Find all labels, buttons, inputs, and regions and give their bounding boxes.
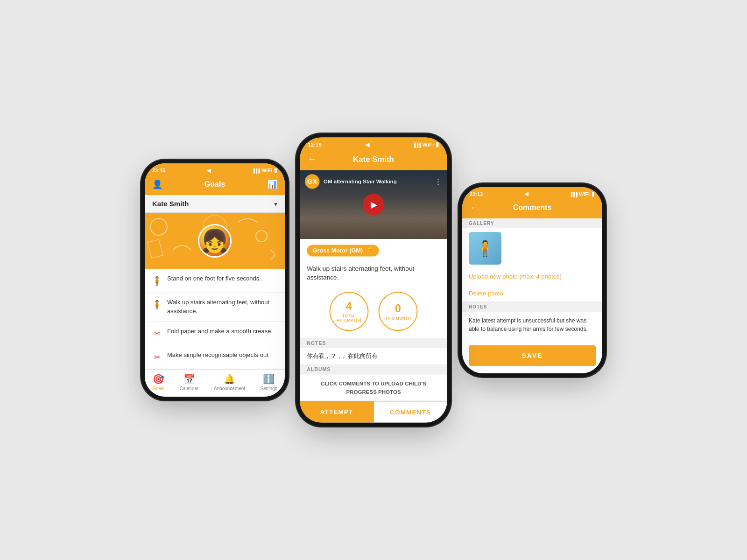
wifi-icon-2: WiFi	[423, 142, 434, 148]
goal-text-4: Make simple recognisable objects out	[167, 351, 268, 359]
calendar-icon: 📅	[183, 373, 195, 385]
battery-icon-3	[592, 191, 595, 197]
stat-month-value: 0	[395, 302, 401, 315]
phone-comments: 23:13 ◀ WiFi ← Comments GALLERY 🧍 Upload…	[462, 187, 602, 373]
location-icon-2: ◀	[365, 141, 369, 148]
albums-header: ALBUMS	[300, 364, 447, 375]
notes-content-2: 你有看，？，、在此向所有	[300, 348, 447, 364]
bell-icon: 🔔	[224, 373, 235, 385]
bottom-nav: 🎯 Goals 📅 Calendar 🔔 Announcement ℹ️ Set…	[145, 369, 285, 397]
goals-label: Goals	[152, 386, 164, 391]
goal-text-1: Stand on one foot for five seconds.	[167, 274, 261, 283]
nav-header-3: ← Comments	[462, 199, 602, 218]
goal-text-3: Fold paper and make a smooth crease.	[167, 327, 273, 336]
user-name: Kate Smith	[152, 200, 189, 208]
avatar	[198, 224, 232, 258]
status-bar-2: 12:19 ◀ WiFi	[300, 137, 447, 150]
video-logo: GX	[305, 174, 320, 189]
battery-icon-2	[436, 141, 439, 148]
chart-icon[interactable]: 📊	[267, 179, 277, 189]
goal-description: Walk up stairs alternating feet, without…	[300, 262, 447, 287]
stat-month: 0 THIS MONTH	[379, 292, 418, 331]
category-badge: Gross Motor (GM) 🦵	[307, 245, 379, 256]
phone-detail: 12:19 ◀ WiFi ← Kate Smith GX GM alternat…	[300, 137, 447, 422]
wifi-icon-1: WiFi	[261, 168, 272, 173]
stats-row: 4 TOTAL ATTEMPT(S) 0 THIS MONTH	[300, 287, 447, 338]
video-header: GX GM alternating Stair Walking ⋮	[300, 170, 447, 193]
back-button-3[interactable]: ←	[470, 203, 478, 213]
hero-banner	[145, 213, 285, 269]
status-bar-3: 23:13 ◀ WiFi	[462, 187, 602, 199]
upload-link[interactable]: Upload new photo (max. 4 photos)	[462, 268, 602, 285]
video-title: GM alternating Stair Walking	[324, 178, 430, 184]
nav-header-1: 👤 Goals 📊	[145, 175, 285, 195]
time-2: 12:19	[308, 142, 322, 148]
nav-announcement[interactable]: 🔔 Announcement	[214, 373, 245, 391]
scissors-icon-2: ✂	[151, 352, 162, 363]
back-button-2[interactable]: ←	[308, 154, 317, 164]
signal-icon-3	[570, 191, 577, 197]
location-icon-3: ◀	[524, 191, 528, 197]
nav-title-3: Comments	[478, 203, 586, 212]
nav-goals[interactable]: 🎯 Goals	[152, 373, 164, 391]
stat-total-label: TOTAL ATTEMPT(S)	[331, 314, 368, 323]
notes-header-3: NOTES	[462, 302, 602, 312]
info-icon: ℹ️	[263, 373, 275, 385]
save-button[interactable]: SAVE	[469, 345, 596, 366]
svg-point-0	[150, 218, 167, 235]
more-icon[interactable]: ⋮	[434, 177, 442, 186]
goal-item-4[interactable]: ✂ Make simple recognisable objects out	[145, 345, 285, 369]
stat-total: 4 TOTAL ATTEMPT(S)	[330, 292, 369, 331]
goal-text-2: Walk up stairs alternating feet, without…	[167, 298, 278, 315]
albums-content: CLICK COMMENTS TO UPLOAD CHILD'S PROGRES…	[300, 375, 447, 401]
dropdown-arrow-icon: ▾	[274, 200, 277, 208]
settings-label: Settings	[261, 386, 277, 391]
goal-item-3[interactable]: ✂ Fold paper and make a smooth crease.	[145, 322, 285, 345]
goal-list: 🧍 Stand on one foot for five seconds. 🧍 …	[145, 269, 285, 369]
nav-title-2: Kate Smith	[317, 155, 430, 164]
gallery-grid: 🧍	[462, 228, 602, 268]
stat-total-value: 4	[346, 300, 352, 313]
phone-goals: 23:15 ◀ WiFi 👤 Goals 📊 Kate Smith ▾	[145, 163, 285, 396]
stat-month-label: THIS MONTH	[385, 316, 411, 320]
signal-icon-1	[252, 168, 260, 173]
video-player[interactable]: GX GM alternating Stair Walking ⋮	[300, 170, 447, 239]
person-icon-2: 🧍	[151, 299, 162, 310]
wifi-icon-3: WiFi	[579, 191, 590, 197]
nav-calendar[interactable]: 📅 Calendar	[180, 373, 199, 391]
category-icon: 🦵	[366, 247, 373, 254]
goal-item-2[interactable]: 🧍 Walk up stairs alternating feet, witho…	[145, 293, 285, 321]
scissors-icon-1: ✂	[151, 328, 162, 339]
delete-link[interactable]: Delete photo	[462, 285, 602, 302]
nav-settings[interactable]: ℹ️ Settings	[261, 373, 277, 391]
calendar-label: Calendar	[180, 386, 199, 391]
notes-header-2: NOTES	[300, 338, 447, 348]
nav-title-1: Goals	[162, 180, 267, 189]
gallery-thumb-1[interactable]: 🧍	[469, 232, 501, 265]
notes-text-3: Kate latest attempt is unsuccessful but …	[462, 312, 602, 338]
action-buttons: ATTEMPT COMMENTS	[300, 400, 447, 422]
goal-item-1[interactable]: 🧍 Stand on one foot for five seconds.	[145, 269, 285, 293]
user-selector[interactable]: Kate Smith ▾	[145, 195, 285, 213]
avatar-image	[199, 225, 230, 256]
nav-header-2: ← Kate Smith	[300, 150, 447, 170]
time-1: 23:15	[152, 168, 165, 173]
svg-point-1	[256, 231, 267, 242]
time-3: 23:13	[470, 191, 483, 197]
attempt-button[interactable]: ATTEMPT	[300, 401, 374, 423]
person-icon-1: 🧍	[151, 275, 162, 287]
comments-button[interactable]: COMMENTS	[373, 401, 447, 423]
location-icon-1: ◀	[207, 168, 211, 174]
play-button[interactable]	[363, 194, 384, 215]
status-bar-1: 23:15 ◀ WiFi	[145, 163, 285, 175]
category-label: Gross Motor (GM)	[313, 247, 363, 254]
svg-rect-2	[148, 240, 163, 259]
battery-icon-1	[274, 167, 277, 174]
announcement-label: Announcement	[214, 386, 245, 391]
gallery-header: GALLERY	[462, 218, 602, 228]
goals-icon: 🎯	[153, 373, 164, 385]
gallery-image-1: 🧍	[476, 239, 494, 257]
signal-icon-2	[413, 142, 421, 148]
profile-icon[interactable]: 👤	[152, 179, 162, 189]
scene: 23:15 ◀ WiFi 👤 Goals 📊 Kate Smith ▾	[126, 116, 621, 444]
